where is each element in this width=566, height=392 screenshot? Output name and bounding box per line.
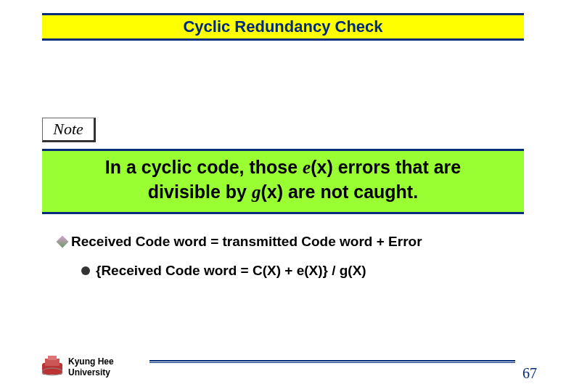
diamond-bullet-icon xyxy=(57,236,69,248)
list-item: {Received Code word = C(X) + e(X)} / g(X… xyxy=(81,263,524,279)
highlight-block: In a cyclic code, those e(x) errors that… xyxy=(42,149,524,214)
highlight-var-e: e xyxy=(303,158,311,177)
note-label: Note xyxy=(53,120,83,139)
note-box: Note xyxy=(42,118,96,142)
slide-title: Cyclic Redundancy Check xyxy=(183,17,382,36)
university-line: University xyxy=(68,367,114,377)
bullet-text-1: Received Code word = transmitted Code wo… xyxy=(71,234,422,250)
disc-bullet-icon xyxy=(81,266,90,275)
highlight-text: (x) errors that are xyxy=(311,157,461,177)
university-logo-icon xyxy=(41,356,64,376)
svg-rect-2 xyxy=(48,356,57,360)
highlight-text: (x) are not caught. xyxy=(261,181,418,202)
highlight-var-g: g xyxy=(252,182,261,202)
slide-footer: Kyung Hee University 67 xyxy=(41,350,537,379)
highlight-text: In a cyclic code, those xyxy=(105,157,303,177)
slide-title-bar: Cyclic Redundancy Check xyxy=(42,13,524,41)
highlight-text: divisible by xyxy=(148,181,252,202)
footer-divider xyxy=(149,360,515,363)
university-line: Kyung Hee xyxy=(68,356,114,367)
bullet-list: Received Code word = transmitted Code wo… xyxy=(58,234,524,279)
highlight-line-1: In a cyclic code, those e(x) errors that… xyxy=(49,155,517,180)
list-item: Received Code word = transmitted Code wo… xyxy=(58,234,524,250)
university-name: Kyung Hee University xyxy=(68,356,114,377)
bullet-text-2: {Received Code word = C(X) + e(X)} / g(X… xyxy=(96,263,366,279)
page-number: 67 xyxy=(522,365,537,382)
highlight-line-2: divisible by g(x) are not caught. xyxy=(49,180,517,205)
